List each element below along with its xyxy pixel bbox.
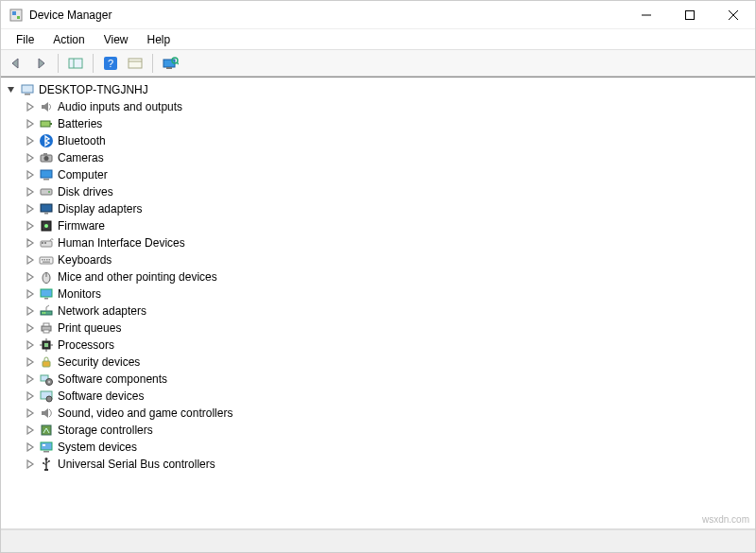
tree-item-label: Software components xyxy=(58,372,167,386)
computer-icon xyxy=(39,167,54,182)
tree-item[interactable]: Display adapters xyxy=(3,200,755,217)
tree-item[interactable]: Sound, video and game controllers xyxy=(3,405,755,422)
expand-icon[interactable] xyxy=(24,168,37,181)
svg-rect-24 xyxy=(43,153,47,155)
tree-item[interactable]: Disk drives xyxy=(3,183,755,200)
tree-item-label: Sound, video and game controllers xyxy=(58,406,232,420)
help-button[interactable]: ? xyxy=(99,53,122,74)
menubar: File Action View Help xyxy=(1,29,755,50)
tree-item[interactable]: Batteries xyxy=(3,115,755,132)
expand-icon[interactable] xyxy=(24,100,37,113)
svg-rect-1 xyxy=(12,11,16,15)
tree-item-label: Disk drives xyxy=(58,185,113,199)
security-icon xyxy=(39,354,54,370)
expand-icon[interactable] xyxy=(24,202,37,216)
menu-help[interactable]: Help xyxy=(138,31,180,48)
minimize-button[interactable] xyxy=(625,1,668,29)
expand-icon[interactable] xyxy=(24,253,37,267)
window-controls xyxy=(625,1,755,29)
tree-item[interactable]: Storage controllers xyxy=(3,422,755,439)
battery-icon xyxy=(39,116,54,131)
tree-item[interactable]: Mice and other pointing devices xyxy=(3,268,755,285)
properties-button[interactable] xyxy=(124,53,146,74)
expand-icon[interactable] xyxy=(24,304,37,318)
show-hide-tree-button[interactable] xyxy=(64,53,87,74)
forward-button[interactable] xyxy=(29,53,52,74)
cpu-icon xyxy=(39,337,54,353)
expand-icon[interactable] xyxy=(24,219,37,233)
back-button[interactable] xyxy=(5,53,27,74)
storage-icon xyxy=(39,423,54,438)
tree-item[interactable]: Network adapters xyxy=(3,302,755,320)
maximize-button[interactable] xyxy=(668,1,712,29)
tree-item[interactable]: Keyboards xyxy=(3,251,755,268)
tree-item[interactable]: Security devices xyxy=(3,354,755,371)
expand-icon[interactable] xyxy=(24,185,37,199)
swcomp-icon xyxy=(39,372,54,387)
expand-icon[interactable] xyxy=(24,134,37,147)
svg-line-16 xyxy=(177,62,179,64)
tree-item-label: Firmware xyxy=(58,219,105,233)
toolbar-separator xyxy=(93,54,94,73)
svg-rect-44 xyxy=(41,289,52,297)
expand-icon[interactable] xyxy=(24,338,37,352)
tree-item[interactable]: Bluetooth xyxy=(3,132,755,149)
tree-item-label: Software devices xyxy=(58,389,144,403)
tree-item[interactable]: Software devices xyxy=(3,388,755,405)
tree-item-label: Monitors xyxy=(58,287,101,301)
svg-rect-70 xyxy=(48,460,50,462)
tree-item-label: Computer xyxy=(58,168,108,181)
monitor-icon xyxy=(39,286,54,302)
expand-icon[interactable] xyxy=(24,287,37,301)
expand-icon[interactable] xyxy=(24,441,37,454)
bluetooth-icon xyxy=(39,133,54,148)
expand-icon[interactable] xyxy=(24,117,37,130)
svg-point-23 xyxy=(44,156,49,161)
expand-icon[interactable] xyxy=(24,270,37,284)
tree-item[interactable]: Audio inputs and outputs xyxy=(3,98,755,115)
expand-icon[interactable] xyxy=(24,151,37,164)
svg-rect-18 xyxy=(25,94,30,95)
svg-rect-64 xyxy=(42,425,51,435)
svg-rect-14 xyxy=(166,67,172,69)
tree-item[interactable]: Processors xyxy=(3,337,755,354)
tree-item[interactable]: System devices xyxy=(3,439,755,456)
expand-icon[interactable] xyxy=(24,355,37,369)
svg-rect-65 xyxy=(41,442,52,450)
tree-item-label: Network adapters xyxy=(58,304,146,318)
menu-action[interactable]: Action xyxy=(43,31,94,48)
expand-icon[interactable] xyxy=(24,458,37,471)
scan-hardware-button[interactable] xyxy=(159,53,181,74)
expand-icon[interactable] xyxy=(24,423,37,437)
collapse-icon[interactable] xyxy=(5,83,18,96)
expand-icon[interactable] xyxy=(24,236,37,250)
tree-item[interactable]: Monitors xyxy=(3,285,755,302)
menu-view[interactable]: View xyxy=(94,31,138,48)
expand-icon[interactable] xyxy=(24,406,37,420)
svg-rect-38 xyxy=(44,259,46,261)
tree-item[interactable]: Software components xyxy=(3,371,755,388)
tree-item[interactable]: Firmware xyxy=(3,217,755,234)
svg-rect-48 xyxy=(44,312,45,314)
tree-item[interactable]: Print queues xyxy=(3,320,755,337)
network-icon xyxy=(39,303,54,319)
computer-root-icon xyxy=(20,82,35,97)
hid-icon xyxy=(39,235,54,251)
expand-icon[interactable] xyxy=(24,321,37,335)
camera-icon xyxy=(39,150,54,165)
expand-icon[interactable] xyxy=(24,389,37,403)
tree-item[interactable]: Computer xyxy=(3,166,755,183)
menu-file[interactable]: File xyxy=(7,31,43,48)
tree-item-label: Bluetooth xyxy=(58,134,106,147)
tree-item[interactable]: Universal Serial Bus controllers xyxy=(3,456,755,473)
svg-rect-47 xyxy=(43,312,43,314)
tree-item[interactable]: Human Interface Devices xyxy=(3,234,755,251)
svg-rect-34 xyxy=(42,242,43,244)
device-tree-panel[interactable]: DESKTOP-TNGJNHJ Audio inputs and outputs… xyxy=(1,77,755,529)
tree-root[interactable]: DESKTOP-TNGJNHJ xyxy=(3,81,755,98)
close-button[interactable] xyxy=(712,1,755,29)
expand-icon[interactable] xyxy=(24,372,37,386)
svg-rect-30 xyxy=(44,213,48,215)
svg-rect-4 xyxy=(686,10,695,19)
tree-item[interactable]: Cameras xyxy=(3,149,755,166)
